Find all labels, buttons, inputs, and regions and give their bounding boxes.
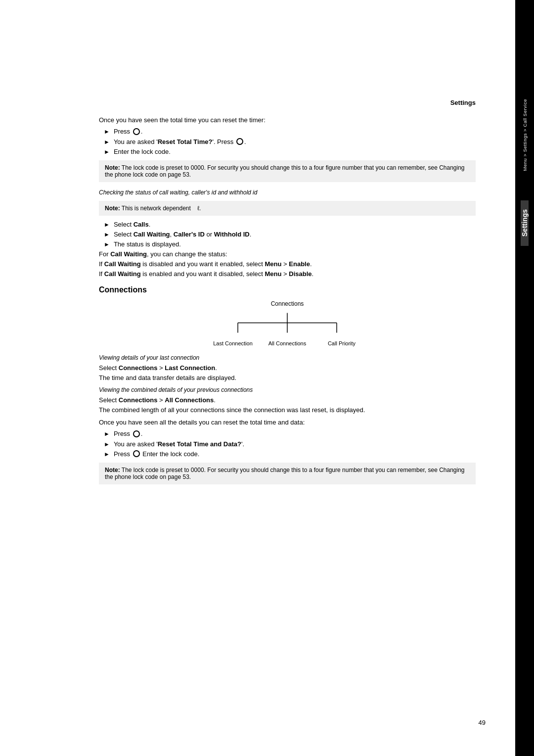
diagram-label-priority: Call Priority [317,340,366,346]
ok-icon-3 [133,430,140,437]
bullet-status-displayed: ► The status is displayed. [99,240,476,248]
body-call-waiting-1: For Call Waiting, you can change the sta… [99,250,476,258]
bullet-press-1: ► Press . [99,128,476,136]
bullet-select-waiting: ► Select Call Waiting, Caller's ID or Wi… [99,231,476,238]
bullet-arrow-4: ► [104,221,110,228]
bullet-arrow-1: ► [104,128,110,135]
sidebar-top-label: Menu > Settings > Call Service [522,99,528,171]
ok-icon-1 [133,128,140,135]
bullet-press-enter-lock: ► Press Enter the lock code. [99,450,476,458]
bullet-arrow-9: ► [104,451,110,458]
bullet-reset-data: ► You are asked 'Reset Total Time and Da… [99,440,476,448]
body-call-waiting-3: If Call Waiting is enabled and you want … [99,270,476,278]
connections-diagram: Connections Last Connection All Connecti… [99,300,476,346]
bullet-reset-time: ► You are asked 'Reset Total Time?'. Pre… [99,138,476,146]
connections-heading: Connections [99,285,476,294]
bullet-text-8: You are asked 'Reset Total Time and Data… [114,440,476,448]
bullet-press-2: ► Press . [99,430,476,438]
bullet-text-7: Press . [114,430,476,438]
main-content: Settings Once you have seen the total ti… [0,0,515,756]
bullet-text-5: Select Call Waiting, Caller's ID or With… [114,231,476,238]
sidebar-bottom-label: Settings [521,209,529,236]
bullet-text-1: Press . [114,128,476,136]
viewing-all-connections: Viewing the combined details of your pre… [99,386,476,414]
italic-viewing-1: Viewing details of your last connection [99,354,476,361]
note-box-2: Note: This is network dependent ℓ. [99,201,476,216]
note-text-1: The lock code is preset to 0000. For sec… [105,164,465,178]
page-number: 49 [479,719,486,726]
body-select-last: Select Connections > Last Connection. [99,364,476,372]
bullet-text-4: Select Calls. [114,221,476,228]
ok-icon-4 [133,450,140,457]
diagram-title: Connections [99,300,476,307]
bullet-arrow-7: ► [104,430,110,437]
bullet-arrow-8: ► [104,441,110,448]
diagram-svg [208,309,366,339]
bullet-arrow-5: ► [104,231,110,238]
sidebar-bottom-section: Settings [521,200,529,245]
bullet-text-3: Enter the lock code. [114,148,476,155]
bullet-arrow-2: ► [104,139,110,145]
intro-text: Once you have seen the total time you ca… [99,116,476,124]
bullet-text-6: The status is displayed. [114,240,476,248]
bullet-enter-lock-1: ► Enter the lock code. [99,148,476,155]
italic-viewing-2: Viewing the combined details of your pre… [99,386,476,393]
sidebar-top-section: Menu > Settings > Call Service [521,89,529,181]
page-container: Settings Once you have seen the total ti… [0,0,534,756]
page-header: Settings [99,99,476,106]
bullet-arrow-6: ► [104,241,110,248]
note-text-2: This is network dependent ℓ. [122,205,201,212]
right-sidebar: Menu > Settings > Call Service Settings [515,0,534,756]
ok-icon-2 [236,138,243,145]
reset-intro-text: Once you have seen all the details you c… [99,419,476,426]
bullet-select-calls: ► Select Calls. [99,221,476,228]
viewing-last-connection: Viewing details of your last connection … [99,354,476,381]
bullet-arrow-3: ► [104,148,110,155]
bullet-text-9: Press Enter the lock code. [114,450,476,458]
diagram-labels: Last Connection All Connections Call Pri… [208,340,366,346]
body-call-waiting-2: If Call Waiting is disabled and you want… [99,260,476,268]
body-select-all: Select Connections > All Connections. [99,396,476,404]
note-box-3: Note: The lock code is preset to 0000. F… [99,463,476,484]
header-title: Settings [450,99,476,106]
note-text-3: The lock code is preset to 0000. For sec… [105,467,465,480]
diagram-label-all: All Connections [263,340,312,346]
diagram-label-last: Last Connection [208,340,258,346]
bullet-text-2: You are asked 'Reset Total Time?'. Press… [114,138,476,146]
italic-heading-1: Checking the status of call waiting, cal… [99,189,476,196]
note-box-1: Note: The lock code is preset to 0000. F… [99,160,476,182]
body-time-data: The time and data transfer details are d… [99,374,476,381]
body-combined-length: The combined length of all your connecti… [99,406,476,414]
sidebar-inner: Menu > Settings > Call Service Settings [521,0,529,756]
